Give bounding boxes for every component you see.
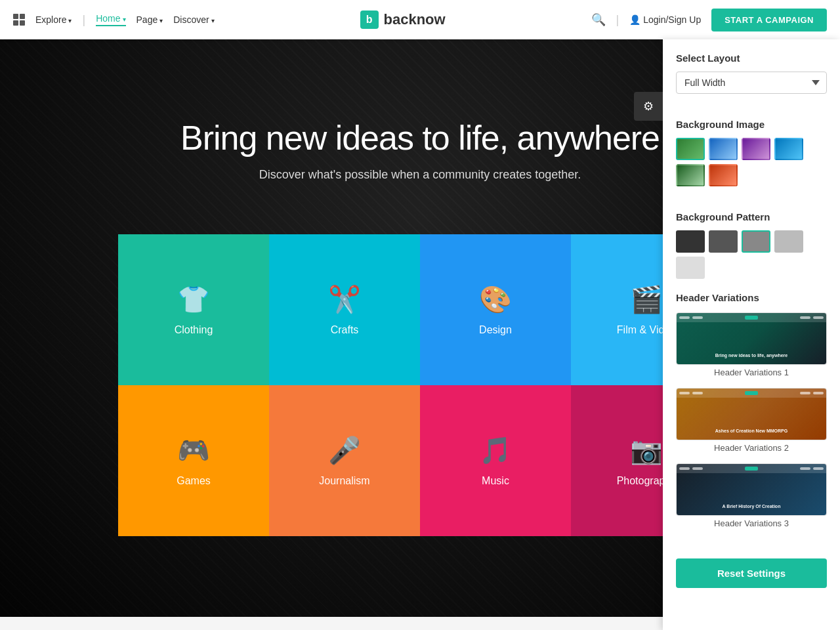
hv-mini-text-3: A Brief History Of Creation [677, 504, 826, 509]
hv-dot-8 [813, 392, 824, 394]
bg-thumb-1[interactable] [676, 138, 705, 160]
nav-left: Explore | Home Page Discover [13, 13, 215, 27]
category-clothing[interactable]: 👕 Clothing [118, 234, 269, 385]
nav-right: 🔍 | 👤 Login/Sign Up START A CAMPAIGN [591, 9, 827, 32]
bg-thumb-5[interactable] [676, 164, 705, 186]
music-icon: 🎵 [479, 435, 512, 466]
journalism-label: Journalism [319, 475, 369, 487]
bg-image-section: Background Image [663, 106, 840, 186]
hv-mini-logo-2 [745, 391, 758, 395]
hero-subtitle: Discover what's possible when a communit… [180, 168, 660, 182]
start-campaign-button[interactable]: START A CAMPAIGN [711, 9, 827, 32]
photography-icon: 📷 [630, 435, 663, 466]
bg-pattern-2[interactable] [709, 230, 738, 253]
header-variations-label: Header Variations [676, 292, 827, 303]
category-music[interactable]: 🎵 Music [420, 385, 571, 536]
login-label: Login/Sign Up [643, 14, 701, 25]
hv-item-1[interactable]: Bring new ideas to life, anywhere Header… [676, 312, 827, 377]
games-label: Games [177, 475, 211, 487]
bg-thumb-2[interactable] [709, 138, 738, 160]
clothing-label: Clothing [175, 324, 213, 336]
hv-dot-7 [800, 392, 810, 394]
navbar: Explore | Home Page Discover b backnow 🔍… [0, 0, 840, 39]
page-chevron [159, 14, 163, 25]
hv-dot-11 [800, 467, 810, 470]
nav-divider: | [82, 13, 85, 27]
reset-label: Reset Settings [717, 568, 786, 579]
film-icon: 🎬 [630, 284, 663, 315]
hv-dot-5 [679, 392, 690, 394]
page-label: Page [136, 14, 158, 25]
category-design[interactable]: 🎨 Design [420, 234, 571, 385]
bg-pattern-3[interactable] [742, 230, 770, 253]
nav-center: b backnow [215, 10, 591, 29]
clothing-icon: 👕 [177, 284, 210, 315]
music-label: Music [482, 475, 509, 487]
hv-mini-text-2: Ashes of Creation New MMORPG [677, 429, 826, 433]
hv-dot-3 [800, 316, 810, 319]
nav-divider-2: | [616, 13, 620, 27]
logo-text: backnow [384, 11, 446, 28]
explore-chevron [68, 14, 72, 25]
reset-settings-button[interactable]: Reset Settings [676, 558, 827, 588]
layout-section: Select Layout Full Width Boxed Wide Narr… [663, 39, 840, 94]
nav-discover[interactable]: Discover [173, 14, 214, 25]
hv-dot-12 [813, 467, 824, 470]
bg-pattern-options [676, 230, 827, 279]
explore-label: Explore [35, 14, 66, 25]
hv-item-2[interactable]: Ashes of Creation New MMORPG Header Vari… [676, 388, 827, 453]
hero-content: Bring new ideas to life, anywhere Discov… [167, 118, 673, 221]
hv-preview-3: A Brief History Of Creation [676, 463, 827, 516]
header-variations-section: Header Variations Bring new ideas to lif… [663, 279, 840, 552]
search-icon: 🔍 [591, 13, 606, 26]
settings-panel: Select Layout Full Width Boxed Wide Narr… [663, 39, 840, 617]
layout-select[interactable]: Full Width Boxed Wide Narrow [676, 72, 827, 94]
grid-icon[interactable] [13, 14, 25, 26]
hv-mini-nav-3 [677, 464, 826, 473]
hv-preview-1: Bring new ideas to life, anywhere [676, 312, 827, 365]
start-btn-label: START A CAMPAIGN [724, 15, 814, 25]
bg-pattern-1[interactable] [676, 230, 705, 253]
bg-thumb-4[interactable] [774, 138, 803, 160]
hv-dot-1 [679, 316, 690, 319]
hv-mini-nav-2 [677, 388, 826, 398]
hv-mini-logo-3 [745, 467, 758, 471]
bg-pattern-4[interactable] [774, 230, 803, 253]
category-journalism[interactable]: 🎤 Journalism [269, 385, 420, 536]
hero-title: Bring new ideas to life, anywhere [180, 118, 660, 158]
search-button[interactable]: 🔍 [591, 12, 606, 27]
category-games[interactable]: 🎮 Games [118, 385, 269, 536]
categories-grid: 👕 Clothing ✂️ Crafts 🎨 Design 🎬 Film & V… [118, 234, 722, 536]
nav-explore[interactable]: Explore [35, 14, 72, 25]
user-icon: 👤 [629, 14, 640, 25]
nav-home[interactable]: Home [96, 13, 125, 26]
hv-dot-2 [692, 316, 703, 319]
select-layout-label: Select Layout [676, 52, 827, 64]
bg-thumb-3[interactable] [742, 138, 770, 160]
hv-mini-text-1: Bring new ideas to life, anywhere [677, 353, 826, 358]
hv-dot-9 [679, 467, 690, 470]
hv-mini-logo-1 [745, 316, 758, 320]
bg-image-label: Background Image [676, 119, 827, 130]
games-icon: 🎮 [177, 435, 210, 466]
crafts-icon: ✂️ [328, 284, 361, 315]
discover-label: Discover [173, 14, 209, 25]
logo-letter: b [366, 14, 373, 26]
hv-dot-6 [692, 392, 703, 394]
bg-image-options [676, 138, 827, 186]
hv-item-3[interactable]: A Brief History Of Creation Header Varia… [676, 463, 827, 528]
category-crafts[interactable]: ✂️ Crafts [269, 234, 420, 385]
journalism-icon: 🎤 [328, 435, 361, 466]
bg-pattern-5[interactable] [676, 257, 705, 279]
crafts-label: Crafts [331, 324, 359, 336]
logo[interactable]: b backnow [360, 10, 446, 29]
home-label: Home [96, 13, 120, 24]
bg-pattern-label: Background Pattern [676, 211, 827, 222]
bg-thumb-6[interactable] [709, 164, 738, 186]
bg-pattern-section: Background Pattern [663, 198, 840, 279]
gear-button[interactable]: ⚙ [634, 92, 663, 121]
nav-page[interactable]: Page [136, 14, 163, 25]
hv-dot-10 [692, 467, 703, 470]
hv-dot-4 [813, 316, 824, 319]
login-link[interactable]: 👤 Login/Sign Up [629, 14, 701, 25]
